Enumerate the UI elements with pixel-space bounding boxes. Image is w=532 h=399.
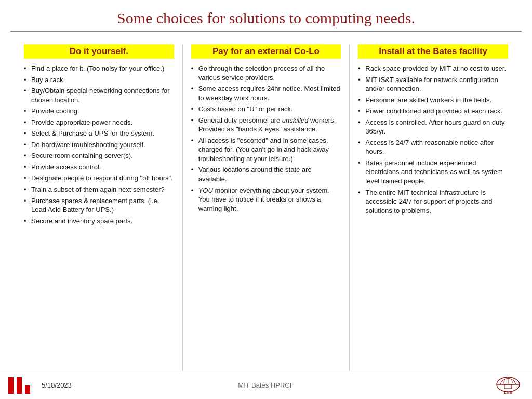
list-item: Designate people to respond during "off … [24,174,174,183]
col1-list: Find a place for it. (Too noisy for your… [24,64,174,225]
list-item: Some access requires 24hr notice. Most l… [191,84,341,102]
list-item: Access is 24/7 with reasonable notice af… [358,138,508,156]
footer: 5/10/2023 MIT Bates HPRCF LNS Laboratory… [0,371,532,399]
list-item: Provide access control. [24,163,174,172]
list-item: Buy/Obtain special networking connection… [24,86,174,104]
list-item: Provide appropriate power needs. [24,118,174,127]
mit-logo [8,377,30,394]
lns-logo-svg: LNS Laboratory for Nuclear Science [493,375,523,396]
svg-rect-5 [504,384,512,389]
list-item: Access is controlled. After hours guard … [358,118,508,136]
list-item: Rack space provided by MIT at no cost to… [358,64,508,73]
mit-gap-1 [15,377,16,394]
col3-list: Rack space provided by MIT at no cost to… [358,64,508,215]
col3-header: Install at the Bates facility [358,44,508,59]
list-item-train-subset: Train a subset of them again next semest… [24,185,174,194]
column-external-colo: Pay for an external Co-Lo Go through the… [183,44,350,371]
col2-list: Go through the selection process of all … [191,64,341,213]
list-item: Secure and inventory spare parts. [24,217,174,226]
title-divider [10,31,522,32]
col2-header: Pay for an external Co-Lo [191,44,341,59]
page-title: Some choices for solutions to computing … [10,9,522,27]
list-item: Secure room containing server(s). [24,151,174,161]
list-item: Purchase spares & replacement parts. (i.… [24,196,174,215]
list-item: Do hardware troubleshooting yourself. [24,140,174,150]
title-section: Some choices for solutions to computing … [10,0,522,44]
col1-header: Do it yourself. [24,44,174,59]
list-item: The entire MIT technical infrastructure … [358,188,508,216]
mit-logo-container [8,377,30,394]
mit-bar-1 [8,377,14,394]
svg-text:LNS: LNS [504,390,513,395]
list-item: Select & Purchase a UPS for the system. [24,129,174,138]
lns-logo: LNS Laboratory for Nuclear Science [493,375,524,396]
italic-text: unskilled [282,116,309,124]
list-item: General duty personnel are unskilled wor… [191,116,341,134]
list-item: Personnel are skilled workers in the fie… [358,96,508,105]
mit-bar-3 [25,385,30,394]
mit-gap-2 [23,377,24,394]
list-item: Costs based on "U" or per rack. [191,104,341,114]
column-bates-facility: Install at the Bates facility Rack space… [350,44,516,371]
list-item: Provide cooling. [24,107,174,116]
list-item: Various locations around the state are a… [191,165,341,183]
mit-bar-2 [17,377,22,394]
list-item: YOU monitor everything about your system… [191,186,341,214]
columns-container: Do it yourself. Find a place for it. (To… [10,44,522,371]
list-item: Bates personnel include experienced elec… [358,158,508,186]
footer-date: 5/10/2023 [42,381,72,389]
list-item: Go through the selection process of all … [191,64,341,82]
list-item: Find a place for it. (Too noisy for your… [24,64,174,73]
svg-line-2 [503,380,504,384]
list-item: MIT IS&T available for network configura… [358,75,508,94]
italic-you: YOU [198,187,213,194]
list-item: Buy a rack. [24,75,174,85]
footer-center-text: MIT Bates HPRCF [238,381,294,389]
main-content: Some choices for solutions to computing … [0,0,532,371]
svg-line-3 [512,380,513,384]
list-item: All access is "escorted" and in some cas… [191,136,341,164]
list-item: Power conditioned and provided at each r… [358,107,508,116]
column-do-it-yourself: Do it yourself. Find a place for it. (To… [16,44,183,371]
